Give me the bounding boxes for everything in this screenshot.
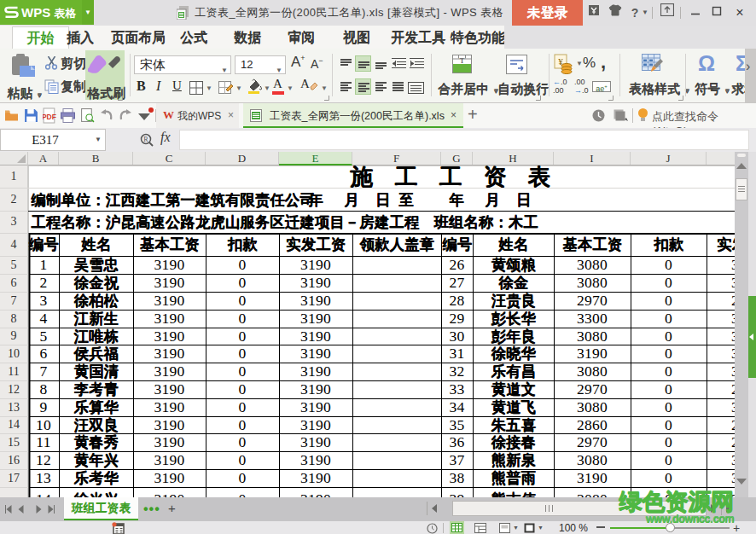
svg-text:PDF: PDF xyxy=(43,113,56,121)
svg-text:T: T xyxy=(460,56,465,65)
svg-text:R: R xyxy=(143,136,148,143)
